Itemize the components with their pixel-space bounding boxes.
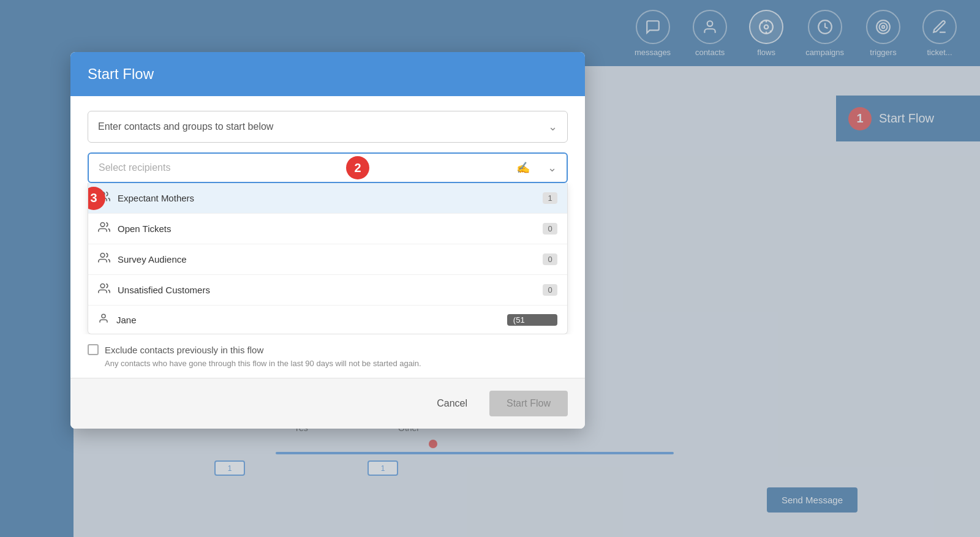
checkbox-row: Exclude contacts previously in this flow <box>88 344 568 355</box>
dropdown-item-survey-audience[interactable]: Survey Audience 0 <box>88 244 567 275</box>
exclude-checkbox[interactable] <box>88 344 99 355</box>
recipients-dropdown[interactable]: Select recipients 2 ✍ ⌄ <box>88 152 568 183</box>
recipients-placeholder: Select recipients <box>99 162 557 173</box>
item-label-3: Survey Audience <box>118 254 543 265</box>
recipients-chevron-icon: ⌄ <box>548 161 557 175</box>
cursor-icon: ✍ <box>516 161 530 175</box>
contacts-dropdown-text: Enter contacts and groups to start below <box>98 121 273 132</box>
dropdown-item-expectant-mothers[interactable]: 3 Expectant Mothers 1 <box>88 183 567 214</box>
modal-title: Start Flow <box>88 66 568 83</box>
modal-footer: Cancel Start Flow <box>70 378 585 429</box>
item-count-3: 0 <box>543 253 557 265</box>
checkbox-description: Any contacts who have gone through this … <box>105 359 568 368</box>
start-flow-modal: Start Flow Enter contacts and groups to … <box>70 52 585 429</box>
group-icon-3 <box>98 252 110 267</box>
contacts-dropdown[interactable]: Enter contacts and groups to start below… <box>88 111 568 143</box>
person-icon-jane <box>98 313 109 326</box>
item-count-4: 0 <box>543 284 557 296</box>
checkbox-section: Exclude contacts previously in this flow… <box>70 334 585 378</box>
svg-point-15 <box>102 314 105 318</box>
checkbox-label: Exclude contacts previously in this flow <box>105 345 263 355</box>
svg-point-12 <box>100 223 105 227</box>
item-count-2: 0 <box>543 223 557 235</box>
item-label-4: Unsatisfied Customers <box>118 285 543 295</box>
item-label-jane: Jane <box>116 315 507 325</box>
badge-2: 2 <box>346 156 369 179</box>
dropdown-list: 3 Expectant Mothers 1 Open Tickets 0 <box>88 183 568 334</box>
modal-header: Start Flow <box>70 52 585 96</box>
item-count-1: 1 <box>543 192 557 204</box>
cancel-button[interactable]: Cancel <box>424 392 480 415</box>
modal-body: Enter contacts and groups to start below… <box>70 96 585 334</box>
item-phone-jane: (51 <box>507 314 557 326</box>
item-label-1: Expectant Mothers <box>118 193 543 203</box>
svg-point-13 <box>100 253 105 258</box>
chevron-down-icon: ⌄ <box>548 120 557 133</box>
group-icon-2 <box>98 221 110 236</box>
dropdown-item-unsatisfied-customers[interactable]: Unsatisfied Customers 0 <box>88 275 567 306</box>
svg-point-14 <box>100 284 105 288</box>
dropdown-item-open-tickets[interactable]: Open Tickets 0 <box>88 214 567 244</box>
item-label-2: Open Tickets <box>118 223 543 234</box>
start-flow-modal-button[interactable]: Start Flow <box>489 391 568 416</box>
dropdown-item-jane[interactable]: Jane (51 <box>88 306 567 334</box>
group-icon-4 <box>98 282 110 298</box>
